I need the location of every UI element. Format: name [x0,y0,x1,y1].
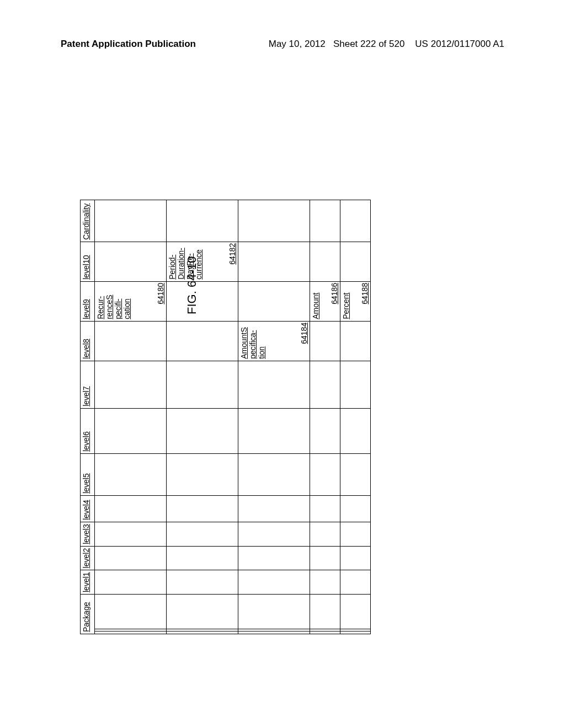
cell-level10 [340,242,371,281]
col-cardinality: Cardinality [81,200,95,242]
table-header-row: Package level1 level2 level3 level4 leve… [81,200,95,634]
cell-level7 [310,361,340,408]
col-level9: level9 [81,281,95,321]
cell-level6 [310,408,340,453]
cell-level6 [95,408,167,453]
cell-level7 [167,361,238,408]
cell-refnum: 64186 [330,283,339,304]
cell-level10: Period- Duration- DayRe- currence 64182 [167,242,238,281]
cell-text: AmountS pecifica- tion [239,323,266,359]
cell-level9: Amount 64186 [310,281,340,321]
cell-level6 [238,408,310,453]
cell-text: Amount [311,283,320,319]
cell-level2 [310,546,340,570]
cell-level2 [340,546,371,570]
header-left: Patent Application Publication [61,39,196,50]
col-level4: level4 [81,495,95,522]
cell-level4 [238,495,310,522]
col-level8: level8 [81,321,95,361]
cell-cardinality [167,200,238,242]
cell-package [310,595,340,634]
cell-level7 [340,361,371,408]
table-row: Period- Duration- DayRe- currence 64182 [167,200,238,634]
cell-level8: AmountS pecifica- tion 64184 [238,321,310,361]
cell-level1 [238,570,310,595]
col-level2: level2 [81,546,95,570]
cell-package [340,595,371,634]
table-row: AmountS pecifica- tion 64184 [238,200,310,634]
header-right: May 10, 2012 Sheet 222 of 520 US 2012/01… [269,39,504,50]
cell-level3 [340,522,371,546]
cell-cardinality [310,200,340,242]
cell-level8 [310,321,340,361]
cell-level4 [340,495,371,522]
cell-level5 [310,453,340,495]
cell-level6 [167,408,238,453]
cell-refnum: 64180 [156,283,165,304]
cell-text: Recur- renceS pecifi- cation [96,283,131,319]
cell-level8 [340,321,371,361]
cell-level4 [95,495,167,522]
cell-level3 [95,522,167,546]
cell-level8 [167,321,238,361]
cell-cardinality [95,200,167,242]
cell-refnum: 64188 [360,283,369,304]
cell-level6 [340,408,371,453]
page-header: Patent Application Publication May 10, 2… [0,39,565,50]
cell-level7 [238,361,310,408]
col-level5: level5 [81,453,95,495]
cell-level10 [238,242,310,281]
cell-level1 [310,570,340,595]
cell-level10 [95,242,167,281]
col-level10: level10 [81,242,95,281]
col-level7: level7 [81,361,95,408]
cell-level9 [238,281,310,321]
cell-level9 [167,281,238,321]
cell-level9: Recur- renceS pecifi- cation 64180 [95,281,167,321]
col-level3: level3 [81,522,95,546]
cell-level2 [167,546,238,570]
header-date: May 10, 2012 [269,39,326,49]
header-sheet: Sheet 222 of 520 [333,39,405,49]
cell-level1 [167,570,238,595]
cell-package [167,595,238,634]
cell-level9: Percent 64188 [340,281,371,321]
col-level1: level1 [81,570,95,595]
cell-level3 [167,522,238,546]
cell-level5 [167,453,238,495]
table-row: Percent 64188 [340,200,371,634]
cell-level2 [95,546,167,570]
header-pubnum: US 2012/0117000 A1 [415,39,504,49]
cell-level2 [238,546,310,570]
col-package: Package [81,595,95,634]
cell-text: Period- Duration- DayRe- currence [168,244,203,280]
cell-cardinality [340,200,371,242]
cell-level5 [238,453,310,495]
cell-cardinality [238,200,310,242]
cell-level10 [310,242,340,281]
cell-package [95,595,167,634]
cell-level1 [340,570,371,595]
cell-level1 [95,570,167,595]
cell-level3 [238,522,310,546]
cell-level5 [95,453,167,495]
table-row: Recur- renceS pecifi- cation 64180 [95,200,167,634]
table-row: Amount 64186 [310,200,340,634]
schema-table: Package level1 level2 level3 level4 leve… [80,200,371,634]
cell-level3 [310,522,340,546]
cell-refnum: 64182 [228,243,237,265]
cell-refnum: 64184 [300,323,308,344]
cell-level4 [310,495,340,522]
cell-level4 [167,495,238,522]
col-level6: level6 [81,408,95,453]
cell-text: Percent [342,283,350,319]
cell-package [238,595,310,634]
cell-level5 [340,453,371,495]
cell-level8 [95,321,167,361]
cell-level7 [95,361,167,408]
